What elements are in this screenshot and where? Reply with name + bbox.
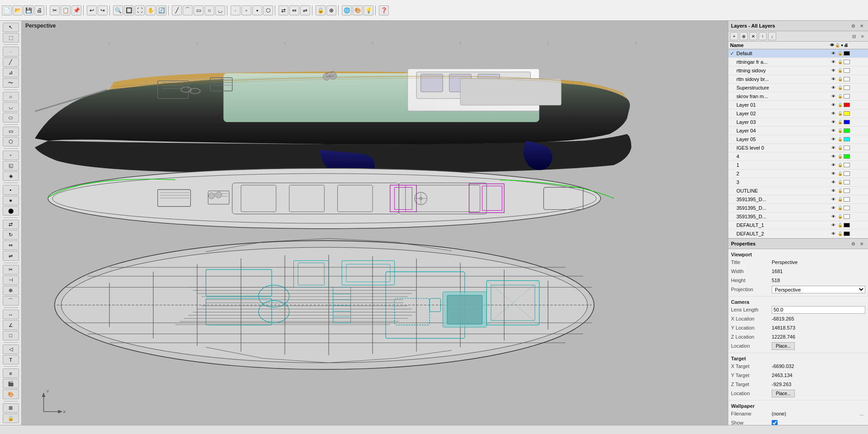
solid-cylinder-tool[interactable]: ⬤ — [3, 206, 19, 216]
add-sublayer-btn[interactable]: ⊕ — [740, 32, 748, 40]
properties-close-btn[interactable]: ✕ — [858, 240, 865, 247]
mesh-btn[interactable]: ⬡ — [263, 5, 273, 15]
visibility-icon[interactable]: 👁 — [830, 93, 836, 99]
visibility-icon[interactable]: 👁 — [830, 102, 836, 108]
layer-color-swatch[interactable] — [844, 146, 850, 150]
visibility-icon[interactable]: 👁 — [830, 162, 836, 168]
layer-row[interactable]: 2👁🔓 — [728, 170, 868, 178]
lock-icon[interactable]: 🔓 — [837, 170, 843, 177]
polyline-tool[interactable]: ⊿ — [3, 68, 19, 77]
arc-tool[interactable]: ◡ — [3, 102, 19, 112]
layer-row[interactable]: 3591395_D...👁🔓 — [728, 212, 868, 221]
layer-row[interactable]: rttn sidovy br...👁🔓 — [728, 75, 868, 84]
lens-input[interactable] — [772, 306, 865, 314]
viewport[interactable]: Perspective — [22, 21, 728, 425]
mirror-btn[interactable]: ⇌ — [300, 5, 310, 15]
scale-btn[interactable]: ⇔ — [289, 5, 299, 15]
select-tool[interactable]: ↖ — [3, 23, 19, 32]
lock-icon[interactable]: 🔓 — [837, 85, 843, 91]
visibility-icon[interactable]: 👁 — [830, 127, 836, 134]
render-preview-btn[interactable]: 🎬 — [3, 379, 19, 388]
layer-color-swatch[interactable] — [844, 137, 850, 142]
osnap-btn[interactable]: ⊕ — [326, 5, 336, 15]
lock-icon[interactable]: 🔓 — [837, 145, 843, 151]
scale-tool[interactable]: ⇔ — [3, 241, 19, 250]
visibility-icon[interactable]: 👁 — [830, 50, 836, 57]
circle-tool[interactable]: ○ — [3, 92, 19, 101]
layer-row[interactable]: 3👁🔓 — [728, 178, 868, 187]
layer-btn[interactable]: ≡ — [3, 368, 19, 378]
rotate-tool[interactable]: ↻ — [3, 230, 19, 240]
loft-tool[interactable]: ◈ — [3, 171, 19, 181]
layer-row[interactable]: 1👁🔓 — [728, 161, 868, 170]
zoom-window-btn[interactable]: 🔲 — [124, 5, 134, 15]
layer-row[interactable]: Layer 01👁🔓 — [728, 101, 868, 109]
visibility-icon[interactable]: 👁 — [830, 119, 836, 125]
filename-browse-btn[interactable]: … — [858, 410, 865, 417]
camera-place-btn[interactable]: Place... — [772, 342, 795, 350]
lock-icon[interactable]: 🔓 — [837, 188, 843, 194]
pan-btn[interactable]: ✋ — [146, 5, 156, 15]
layer-row[interactable]: rttning sidovy👁🔓 — [728, 66, 868, 75]
arc-btn[interactable]: ◡ — [215, 5, 225, 15]
layer-color-swatch[interactable] — [844, 171, 850, 176]
visibility-icon[interactable]: 👁 — [830, 67, 836, 74]
layer-row[interactable]: skrov fran m...👁🔓 — [728, 92, 868, 101]
layer-color-swatch[interactable] — [844, 154, 850, 159]
layer-color-swatch[interactable] — [844, 103, 850, 107]
lock-icon[interactable]: 🔓 — [837, 231, 843, 237]
visibility-icon[interactable]: 👁 — [830, 145, 836, 151]
layer-color-swatch[interactable] — [844, 163, 850, 167]
polygon-tool[interactable]: ⬡ — [3, 137, 19, 146]
solid-btn[interactable]: ▪ — [252, 5, 262, 15]
visibility-icon[interactable]: 👁 — [830, 188, 836, 194]
ellipse-tool[interactable]: ⬭ — [3, 113, 19, 122]
surface-btn[interactable]: ▫ — [241, 5, 251, 15]
layer-row[interactable]: Layer 05👁🔓 — [728, 135, 868, 144]
trim-tool[interactable]: ✂ — [3, 265, 19, 274]
angle-tool[interactable]: ∠ — [3, 320, 19, 330]
layer-row[interactable]: 4👁🔓 — [728, 152, 868, 161]
visibility-icon[interactable]: 👁 — [830, 205, 836, 211]
lock-icon[interactable]: 🔓 — [837, 222, 843, 228]
material-btn[interactable]: 🎨 — [353, 5, 363, 15]
visibility-icon[interactable]: 👁 — [830, 179, 836, 185]
visibility-icon[interactable]: 👁 — [830, 76, 836, 82]
layer-color-swatch[interactable] — [844, 189, 850, 193]
layer-color-swatch[interactable] — [844, 111, 850, 116]
rect-tool[interactable]: ▭ — [3, 127, 19, 136]
lock-icon[interactable]: 🔓 — [837, 67, 843, 74]
light-btn[interactable]: 💡 — [363, 5, 373, 15]
layer-row[interactable]: Layer 03👁🔓 — [728, 118, 868, 127]
visibility-icon[interactable]: 👁 — [830, 213, 836, 220]
grid-toggle[interactable]: ⊞ — [3, 403, 19, 413]
layer-color-swatch[interactable] — [844, 94, 850, 99]
zoom-extent-btn[interactable]: ⛶ — [135, 5, 145, 15]
projection-select[interactable]: Perspective Parallel — [772, 286, 865, 293]
surface-from-edge[interactable]: ◱ — [3, 161, 19, 170]
layer-color-swatch[interactable] — [844, 51, 850, 56]
layer-row[interactable]: Layer 04👁🔓 — [728, 127, 868, 135]
move-tool[interactable]: ⇄ — [3, 220, 19, 229]
lock-icon[interactable]: 🔓 — [837, 153, 843, 160]
layer-color-swatch[interactable] — [844, 77, 850, 81]
select-window-tool[interactable]: ⬚ — [3, 33, 19, 42]
layers-settings-btn[interactable]: ⚙ — [849, 22, 857, 29]
snap-toggle[interactable]: 🔒 — [3, 414, 19, 423]
layer-row[interactable]: Superstructure👁🔓 — [728, 84, 868, 92]
solid-box-tool[interactable]: ▪ — [3, 185, 19, 194]
dim-tool[interactable]: ◁ — [3, 344, 19, 354]
layer-row[interactable]: 3591395_D...👁🔓 — [728, 204, 868, 212]
visibility-icon[interactable]: 👁 — [830, 59, 836, 65]
print-btn[interactable]: 🖨 — [34, 5, 44, 15]
freeform-tool[interactable]: 〜 — [3, 78, 19, 88]
line-tool[interactable]: ╱ — [3, 57, 19, 67]
undo-btn[interactable]: ↩ — [87, 5, 97, 15]
fillet-tool[interactable]: ⌒ — [3, 296, 19, 306]
layers-close-btn[interactable]: ✕ — [858, 22, 865, 29]
open-btn[interactable]: 📂 — [13, 5, 23, 15]
move-down-btn[interactable]: ↓ — [768, 32, 776, 40]
layer-row[interactable]: ✓Default👁🔓 — [728, 49, 868, 58]
visibility-icon[interactable]: 👁 — [830, 153, 836, 160]
layer-color-swatch[interactable] — [844, 231, 850, 236]
